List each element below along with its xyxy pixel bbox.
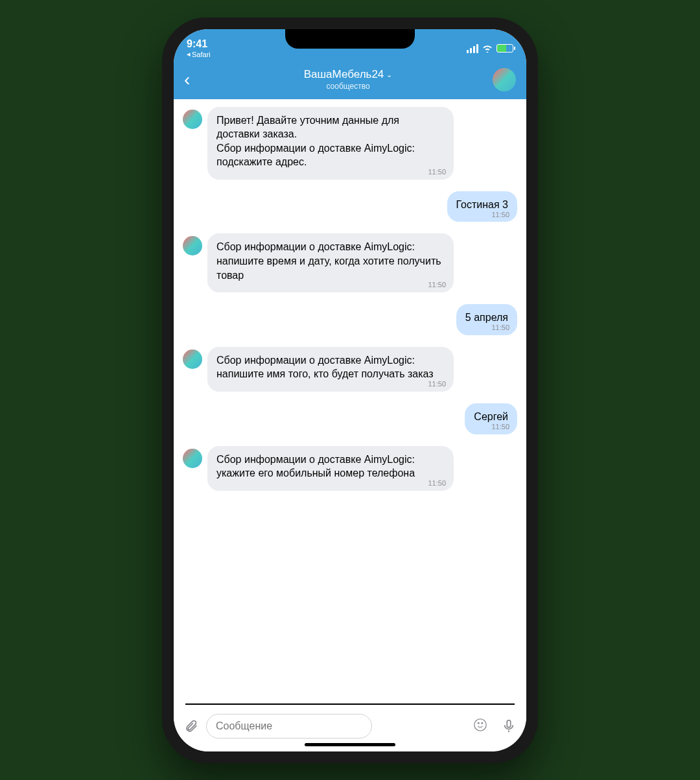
emoji-icon[interactable] (473, 718, 487, 735)
message-row: Сбор информации о доставке AimyLogic: на… (183, 233, 517, 292)
voice-icon[interactable] (500, 718, 517, 735)
message-time: 11:50 (491, 210, 509, 220)
message-row: 5 апреля11:50 (183, 304, 517, 335)
wifi-icon (482, 45, 493, 53)
back-button[interactable]: ‹ (184, 69, 204, 90)
chat-body[interactable]: Привет! Давайте уточним данные для доста… (174, 99, 526, 703)
avatar[interactable] (183, 110, 202, 129)
avatar[interactable] (183, 236, 202, 255)
attach-icon[interactable] (183, 718, 200, 735)
message-text: 5 апреля (465, 312, 508, 323)
chat-header: ‹ ВашаМебель24 ⌄ сообщество (174, 63, 526, 99)
phone-frame: 9:41 ◂ Safari ‹ (162, 18, 538, 763)
battery-icon (496, 44, 513, 53)
message-bubble[interactable]: Сергей11:50 (465, 403, 517, 434)
svg-point-2 (482, 722, 483, 724)
back-triangle-icon: ◂ (187, 50, 191, 58)
back-app-label: Safari (192, 51, 211, 58)
message-text: Сбор информации о доставке AimyLogic: ук… (216, 454, 415, 479)
screen: 9:41 ◂ Safari ‹ (174, 29, 526, 751)
message-bubble[interactable]: Сбор информации о доставке AimyLogic: на… (207, 347, 454, 392)
message-input[interactable] (206, 714, 372, 739)
message-text: Гостиная 3 (456, 199, 509, 210)
avatar[interactable] (183, 349, 202, 369)
message-bubble[interactable]: Сбор информации о доставке AimyLogic: ук… (207, 446, 454, 491)
svg-rect-3 (507, 720, 511, 727)
message-text: Сбор информации о доставке AimyLogic: на… (216, 241, 441, 280)
message-row: Сбор информации о доставке AimyLogic: ук… (183, 446, 517, 491)
message-text: Сбор информации о доставке AimyLogic: на… (216, 355, 434, 380)
message-time: 11:50 (491, 323, 509, 333)
signal-icon (467, 44, 478, 53)
chat-title: ВашаМебель24 (304, 68, 384, 81)
message-time: 11:50 (491, 422, 509, 432)
status-time: 9:41 (187, 38, 211, 50)
avatar[interactable] (183, 449, 202, 468)
chat-title-button[interactable]: ВашаМебель24 ⌄ сообщество (204, 68, 493, 91)
message-row: Сергей11:50 (183, 403, 517, 434)
keyboard-divider (185, 703, 515, 705)
message-time: 11:50 (428, 479, 446, 488)
phone-bezel: 9:41 ◂ Safari ‹ (174, 29, 526, 751)
message-bubble[interactable]: Сбор информации о доставке AimyLogic: на… (207, 233, 454, 292)
message-row: Гостиная 311:50 (183, 191, 517, 222)
message-bubble[interactable]: Привет! Давайте уточним данные для доста… (207, 107, 454, 180)
svg-point-0 (474, 718, 486, 730)
message-time: 11:50 (428, 280, 446, 290)
message-row: Сбор информации о доставке AimyLogic: на… (183, 347, 517, 392)
avatar[interactable] (493, 68, 516, 91)
message-bubble[interactable]: Гостиная 311:50 (447, 191, 518, 222)
message-row: Привет! Давайте уточним данные для доста… (183, 107, 517, 180)
chevron-down-icon: ⌄ (386, 71, 392, 79)
svg-point-1 (478, 722, 479, 724)
message-bubble[interactable]: 5 апреля11:50 (456, 304, 517, 335)
home-indicator[interactable] (305, 743, 395, 746)
message-time: 11:50 (428, 167, 446, 177)
message-time: 11:50 (428, 379, 446, 389)
chat-subtitle: сообщество (204, 82, 493, 91)
back-to-safari[interactable]: ◂ Safari (187, 50, 211, 58)
message-text: Сергей (474, 411, 508, 422)
message-text: Привет! Давайте уточним данные для доста… (216, 115, 415, 168)
phone-notch (285, 29, 415, 49)
